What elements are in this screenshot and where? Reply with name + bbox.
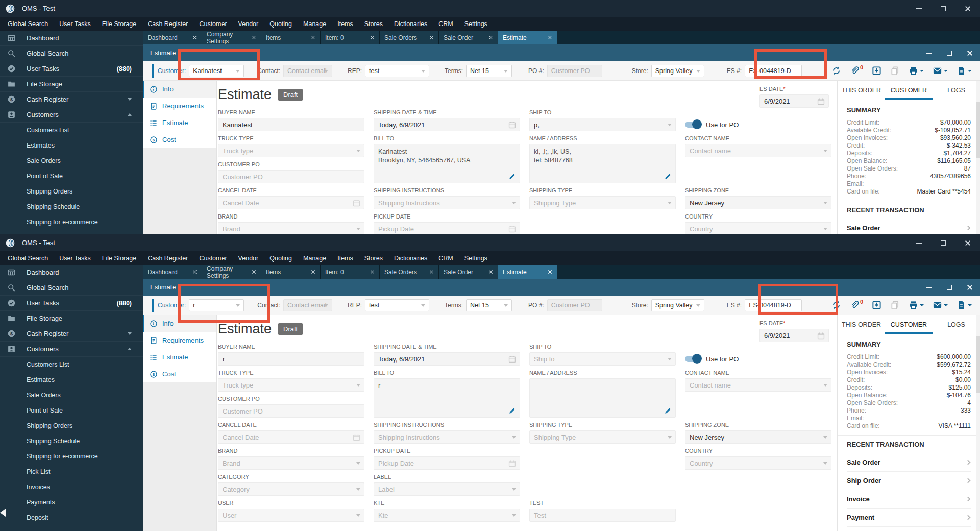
ship-to-select[interactable]: p, — [529, 118, 676, 131]
store-select[interactable]: Spring Valley — [651, 65, 704, 77]
bill-to-box[interactable]: Karinatest Brooklyn, NY, 5464565767, USA — [374, 144, 520, 183]
sidebar-item[interactable]: $ Cash Register — [0, 326, 143, 342]
menu-item[interactable]: User Tasks — [54, 20, 96, 28]
transaction-item[interactable]: Sale Order — [847, 453, 971, 472]
document-tab[interactable]: Company Settings — [202, 31, 261, 44]
document-tab[interactable]: Sale Orders — [380, 265, 439, 279]
rep-select[interactable]: test — [365, 65, 429, 77]
sidebar-item[interactable]: User Tasks (880) — [0, 296, 143, 311]
menu-item[interactable]: Cash Register — [142, 255, 193, 262]
panel-close-button[interactable] — [960, 279, 980, 296]
summary-tab[interactable]: CUSTOMER — [885, 81, 933, 100]
nav-item[interactable]: $ Cost — [143, 131, 216, 148]
shipping-type-select[interactable]: Shipping Type — [529, 430, 676, 444]
menu-item[interactable]: Settings — [459, 255, 493, 262]
menu-item[interactable]: Vendor — [233, 255, 264, 262]
document-tab[interactable]: Items — [261, 31, 321, 44]
country-select[interactable]: Country — [685, 222, 831, 234]
label-select[interactable]: Label — [374, 482, 520, 496]
menu-item[interactable]: User Tasks — [54, 255, 96, 262]
brand-select[interactable]: Brand — [218, 456, 364, 470]
pickup-date-input[interactable]: Pickup Date — [374, 222, 520, 234]
edit-pencil-icon[interactable] — [508, 173, 516, 180]
copy-icon[interactable] — [890, 300, 900, 310]
contact-name-select[interactable]: Contact name — [685, 144, 831, 157]
nav-item[interactable]: $ Cost — [143, 366, 216, 382]
edit-pencil-icon[interactable] — [664, 407, 672, 415]
sidebar-item[interactable]: User Tasks (880) — [0, 61, 143, 77]
terms-select[interactable]: Net 15 — [466, 65, 512, 77]
store-select[interactable]: Spring Valley — [651, 299, 704, 311]
summary-tab[interactable]: LOGS — [933, 81, 980, 100]
tab-close-icon[interactable] — [192, 34, 197, 41]
rep-select[interactable]: test — [365, 299, 429, 311]
category-select[interactable]: Category — [218, 482, 364, 496]
sidebar-item[interactable]: Deposit — [0, 510, 143, 525]
close-button[interactable] — [955, 234, 980, 251]
menu-item[interactable]: Global Search — [2, 255, 54, 262]
customer-po-input[interactable]: Customer PO — [218, 170, 364, 183]
sidebar-item[interactable]: Global Search — [0, 46, 143, 61]
bill-to-box[interactable]: r — [374, 378, 520, 418]
sidebar-item[interactable]: Shipping Schedule — [0, 433, 143, 449]
email-icon[interactable] — [933, 300, 948, 310]
menu-item[interactable]: File Storage — [96, 20, 142, 28]
use-for-po-toggle[interactable] — [685, 356, 700, 362]
cancel-date-input[interactable]: Cancel Date — [218, 430, 364, 444]
menu-item[interactable]: Global Search — [2, 20, 54, 28]
summary-tab[interactable]: LOGS — [933, 315, 980, 334]
sidebar-item[interactable]: Shipping Orders — [0, 418, 143, 433]
menu-item[interactable]: CRM — [433, 20, 458, 28]
shipping-zone-select[interactable]: New Jersey — [685, 430, 831, 444]
panel-minimize-button[interactable] — [919, 279, 939, 296]
contact-select[interactable]: Contact email — [283, 65, 332, 77]
sidebar-item[interactable]: Sale Orders — [0, 153, 143, 168]
sidebar-item[interactable]: Dashboard — [0, 265, 143, 280]
customer-po-input[interactable]: Customer PO — [218, 404, 364, 418]
summary-tab[interactable]: THIS ORDER — [838, 315, 885, 334]
sidebar-item[interactable]: Global Search — [0, 280, 143, 296]
ship-to-select[interactable]: Ship to — [529, 352, 676, 366]
nav-item[interactable]: Requirements — [143, 332, 216, 349]
menu-item[interactable]: File Storage — [96, 255, 142, 262]
menu-item[interactable]: Settings — [459, 20, 493, 28]
tab-close-icon[interactable] — [429, 34, 434, 41]
sidebar-item[interactable]: Customers List — [0, 357, 143, 372]
country-select[interactable]: Country — [685, 456, 831, 470]
document-tab[interactable]: Company Settings — [202, 265, 261, 279]
print-icon[interactable] — [909, 300, 924, 310]
document-tab[interactable]: Item: 0 — [321, 31, 380, 44]
shipping-instructions-select[interactable]: Shipping Instructions — [374, 196, 520, 209]
menu-item[interactable]: Manage — [298, 255, 332, 262]
menu-item[interactable]: Dictionaries — [388, 255, 433, 262]
tab-close-icon[interactable] — [192, 269, 197, 276]
email-icon[interactable] — [933, 66, 948, 76]
sidebar-item[interactable]: Customers — [0, 107, 143, 123]
refresh-icon[interactable] — [831, 66, 841, 76]
sidebar-item[interactable]: Customers List — [0, 123, 143, 138]
menu-item[interactable]: Quoting — [264, 20, 298, 28]
attachments-icon[interactable]: 0 — [850, 300, 863, 310]
sidebar-item[interactable]: Pick List — [0, 464, 143, 479]
sidebar-item[interactable]: Customers — [0, 342, 143, 357]
sidebar-item[interactable]: Estimates — [0, 372, 143, 388]
maximize-button[interactable] — [931, 234, 955, 251]
document-tab[interactable]: Sale Order — [439, 265, 498, 279]
sidebar-item[interactable]: Shipping for e-commerce — [0, 214, 143, 230]
transaction-item[interactable]: Invoice — [847, 490, 971, 509]
truck-type-select[interactable]: Truck type — [218, 144, 364, 157]
menu-item[interactable]: Dictionaries — [388, 20, 433, 28]
menu-item[interactable]: Customer — [193, 20, 232, 28]
shipping-datetime-input[interactable]: Today, 6/9/2021 — [374, 352, 520, 366]
pickup-date-input[interactable]: Pickup Date — [374, 456, 520, 470]
nav-item[interactable]: Estimate — [143, 114, 216, 131]
transaction-item[interactable]: Payment — [847, 509, 971, 527]
menu-item[interactable]: Vendor — [233, 20, 264, 28]
es-date-input[interactable]: 6/9/2021 — [760, 94, 829, 108]
document-tab[interactable]: Items — [261, 265, 321, 279]
transaction-item[interactable]: Sale Order — [847, 219, 971, 234]
import-icon[interactable] — [872, 300, 881, 310]
es-date-input[interactable]: 6/9/2021 — [760, 329, 829, 342]
buyer-name-input[interactable]: r — [218, 352, 364, 366]
menu-item[interactable]: Manage — [298, 20, 332, 28]
